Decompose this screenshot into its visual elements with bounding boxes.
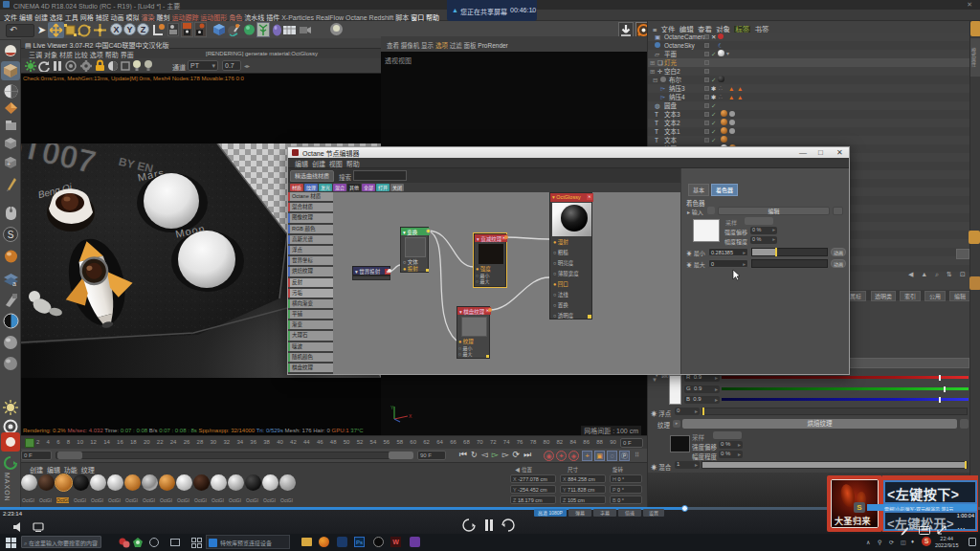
svg-text:a: a	[12, 280, 16, 287]
svg-text:X: X	[409, 413, 412, 419]
svg-text:+: +	[7, 161, 11, 167]
svg-text:Y: Y	[390, 405, 394, 410]
